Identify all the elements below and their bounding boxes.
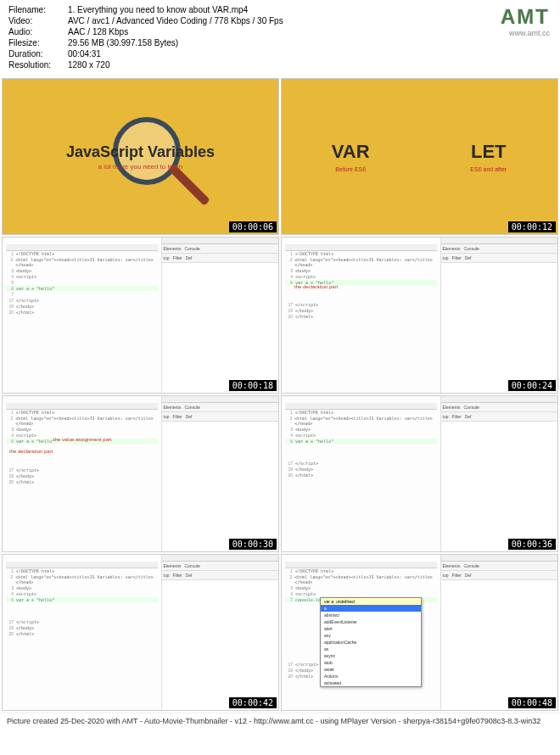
autocomplete-item: async [321,652,421,659]
thumbnail-7: 1<!DOCTYPE html> 2<html lang="en"><head>… [2,554,279,711]
slide-subtitle: a lot more you need to learn [66,163,215,171]
timestamp: 00:00:42 [229,697,277,708]
metadata-header: AMT www.amt.cc Filename:1. Everything yo… [0,0,560,76]
footer-text: Picture created 25-Dec-2020 with AMT - A… [0,713,560,729]
code-editor: 1<!DOCTYPE html> 2<html lang="en"><head>… [282,555,441,710]
thumbnail-5: 1<!DOCTYPE html> 2<html lang="en"><head>… [2,395,279,552]
timestamp: 00:00:18 [229,380,277,391]
filesize-value: 29.56 MB (30.997.158 Bytes) [68,38,178,48]
autocomplete-popup: var a: undefined aabstractaddEventListen… [320,597,422,687]
code-editor: 1<!DOCTYPE html> 2<html lang="en"><head>… [282,238,441,393]
duration-label: Duration: [8,49,68,59]
amt-logo: AMT www.amt.cc [501,5,550,37]
resolution-label: Resolution: [8,60,68,70]
thumbnail-1: JavaScript Variables a lot more you need… [2,78,279,235]
timestamp: 00:00:36 [508,539,556,550]
devtools-panel: ElementsConsole topFilterDef [162,238,278,393]
timestamp: 00:00:30 [229,539,277,550]
filename-value: 1. Everything you need to know about VAR… [68,5,248,14]
thumbnail-6: 1<!DOCTYPE html> 2<html lang="en"><head>… [281,395,558,552]
let-sub: ES6 and after [470,166,507,172]
autocomplete-item: Actions [321,673,421,680]
timestamp: 00:00:06 [229,221,277,232]
code-editor: 1<!DOCTYPE html> 2<html lang="en"><head>… [3,555,162,710]
autocomplete-item: atob [321,659,421,666]
thumbnail-8: 1<!DOCTYPE html> 2<html lang="en"><head>… [281,554,558,711]
var-sub: Before ES6 [335,166,366,172]
annotation-2: the value assignment part [53,437,112,442]
autocomplete-item: alert [321,625,421,632]
audio-value: AAC / 128 Kbps [68,27,128,36]
autocomplete-item: await [321,666,421,673]
let-label: LET [471,141,507,163]
var-label: VAR [332,141,370,163]
thumbnail-grid: JavaScript Variables a lot more you need… [0,76,560,713]
filename-label: Filename: [8,5,68,14]
annotation-1: the declaration part [9,449,53,454]
autocomplete-item: any [321,632,421,639]
autocomplete-item: addEventListener [321,618,421,625]
logo-url: www.amt.cc [501,29,550,37]
magnifying-handle [168,164,210,205]
annotation: the declaration part [294,284,338,289]
filesize-label: Filesize: [8,38,68,48]
thumbnail-4: 1<!DOCTYPE html> 2<html lang="en"><head>… [281,237,558,394]
logo-text: AMT [501,5,550,29]
autocomplete-item: activated [321,680,421,686]
audio-label: Audio: [8,27,68,36]
duration-value: 00:04:31 [68,49,101,59]
video-label: Video: [8,16,68,25]
thumbnail-3: 1<!DOCTYPE html> 2<html lang="en"><head>… [2,237,279,394]
tooltip: var a: undefined [321,598,421,605]
video-value: AVC / avc1 / Advanced Video Coding / 778… [68,16,283,25]
resolution-value: 1280 x 720 [68,60,110,70]
devtools-panel: ElementsConsole topFilterDef [441,396,557,551]
code-editor: 1<!DOCTYPE html> 2<html lang="en"><head>… [282,396,441,551]
timestamp: 00:00:24 [508,380,556,391]
timestamp: 00:00:48 [508,697,556,708]
timestamp: 00:00:12 [508,221,556,232]
slide-title: JavaScript Variables [66,143,215,161]
code-editor: 1<!DOCTYPE html> 2<html lang="en"><head>… [3,396,162,551]
thumbnail-2: VAR Before ES6 LET ES6 and after 00:00:1… [281,78,558,235]
autocomplete-item: as [321,646,421,652]
autocomplete-item: a [321,605,421,612]
devtools-panel: ElementsConsole topFilterDef [162,555,278,710]
devtools-panel: ElementsConsole topFilterDef [441,238,557,393]
devtools-panel: ElementsConsole topFilterDef [441,555,557,710]
devtools-panel: ElementsConsole topFilterDef [162,396,278,551]
autocomplete-item: applicationCache [321,639,421,646]
autocomplete-item: abstract [321,612,421,618]
code-editor: 1<!DOCTYPE html> 2<html lang="en"><head>… [3,238,162,393]
